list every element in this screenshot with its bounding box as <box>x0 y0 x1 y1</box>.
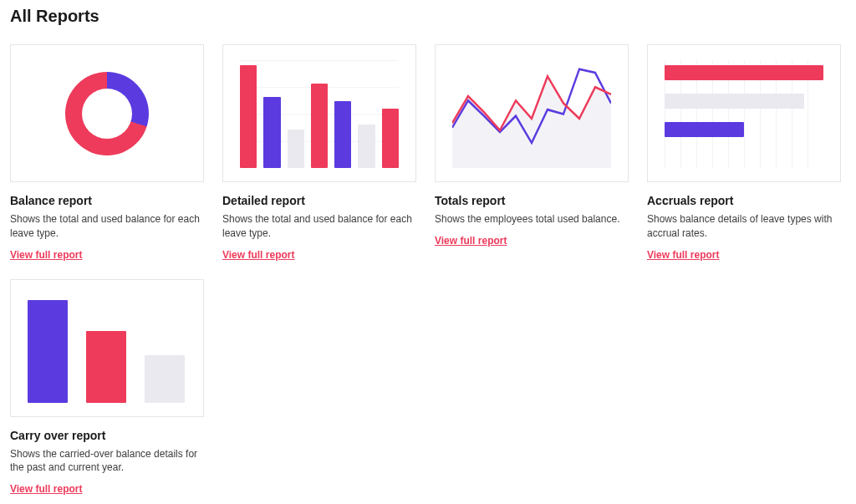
bar-chart-icon <box>240 60 399 168</box>
report-desc: Shows the employees total used balance. <box>435 212 629 227</box>
donut-chart-icon <box>65 72 149 155</box>
view-full-report-link[interactable]: View full report <box>647 249 841 261</box>
chart-preview-accruals <box>647 44 841 182</box>
report-card-carryover: Carry over report Shows the carried-over… <box>10 279 204 496</box>
report-desc: Shows the total and used balance for eac… <box>222 212 416 241</box>
view-full-report-link[interactable]: View full report <box>435 235 629 247</box>
report-card-accruals: Accruals report Shows balance details of… <box>647 44 841 261</box>
report-card-totals: Totals report Shows the employees total … <box>435 44 629 261</box>
chart-preview-carryover <box>10 279 204 417</box>
chart-preview-balance <box>10 44 204 182</box>
hbar-chart-icon <box>665 60 823 168</box>
report-desc: Shows balance details of leave types wit… <box>647 212 841 241</box>
report-desc: Shows the carried-over balance details f… <box>10 447 204 476</box>
report-title: Accruals report <box>647 194 841 207</box>
report-title: Totals report <box>435 194 629 207</box>
chart-preview-totals <box>435 44 629 182</box>
page-title: All Reports <box>10 7 846 26</box>
report-title: Balance report <box>10 194 204 207</box>
line-chart-icon <box>452 60 611 168</box>
view-full-report-link[interactable]: View full report <box>10 249 204 261</box>
report-title: Carry over report <box>10 429 204 442</box>
report-title: Detailed report <box>222 194 416 207</box>
view-full-report-link[interactable]: View full report <box>10 483 204 495</box>
chart-preview-detailed <box>222 44 416 182</box>
view-full-report-link[interactable]: View full report <box>222 249 416 261</box>
report-card-detailed: Detailed report Shows the total and used… <box>222 44 416 261</box>
bar-chart-icon <box>28 295 186 403</box>
report-card-balance: Balance report Shows the total and used … <box>10 44 204 261</box>
reports-grid: Balance report Shows the total and used … <box>10 44 846 495</box>
report-desc: Shows the total and used balance for eac… <box>10 212 204 241</box>
